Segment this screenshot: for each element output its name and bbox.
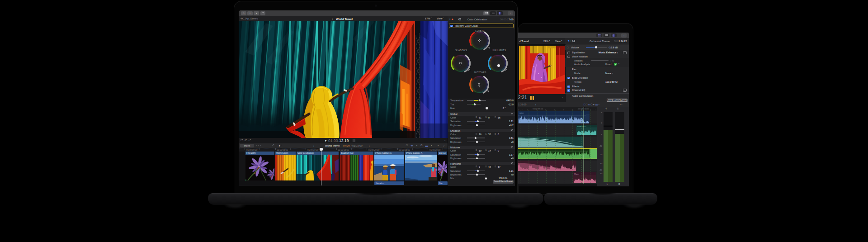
svg-text:iPhone Capture A: iPhone Capture A [406,152,423,154]
svg-text:Swath of Red: Swath of Red [341,152,354,154]
svg-text:Warm Colors: Warm Colors [276,152,288,154]
svg-text:Brite FX 02: Brite FX 02 [577,125,587,128]
svg-text:Day 1A: Day 1A [439,152,446,154]
svg-text:Narration: Narration [376,182,384,185]
svg-text:Color Celebration: Color Celebration [297,152,314,154]
svg-text:iPhone Capture A: iPhone Capture A [375,152,392,154]
svg-text:First Light: First Light [246,152,256,154]
svg-text:ration: ration [519,112,524,114]
svg-text:Narr: Narr [439,182,443,185]
svg-text:Water: Water [574,173,579,175]
